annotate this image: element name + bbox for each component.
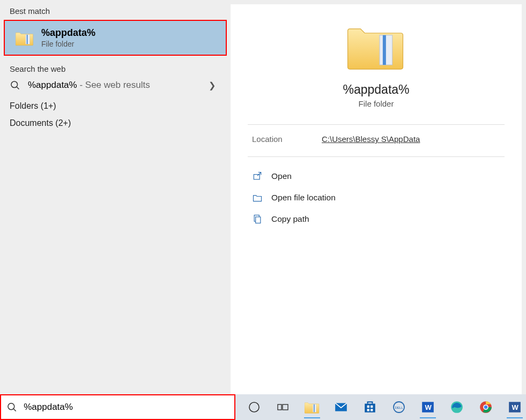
preview-subtitle: File folder (231, 99, 522, 108)
open-icon (252, 171, 263, 182)
chevron-right-icon: ❯ (209, 80, 216, 91)
result-title: %appdata% (41, 27, 95, 39)
svg-point-23 (484, 406, 488, 409)
open-location-label: Open file location (271, 193, 336, 202)
svg-text:W: W (425, 403, 432, 411)
documents-section[interactable]: Documents (2+) (0, 114, 231, 131)
microsoft-store-icon[interactable] (362, 400, 378, 415)
svg-rect-6 (256, 217, 261, 223)
word-icon[interactable]: W (420, 400, 436, 415)
copy-icon (252, 214, 263, 224)
open-action[interactable]: Open (252, 166, 505, 187)
word-icon[interactable]: W (507, 400, 523, 415)
folders-section[interactable]: Folders (1+) (0, 96, 231, 114)
search-icon (6, 401, 17, 413)
location-link[interactable]: C:\Users\Blessy S\AppData (322, 134, 420, 144)
svg-rect-4 (254, 175, 260, 179)
preview-title: %appdata% (231, 82, 522, 97)
svg-rect-15 (371, 409, 373, 411)
open-label: Open (271, 171, 292, 181)
svg-rect-13 (371, 406, 373, 408)
svg-text:W: W (512, 403, 519, 411)
open-file-location-action[interactable]: Open file location (252, 187, 505, 208)
file-explorer-icon[interactable] (305, 400, 320, 415)
copy-path-action[interactable]: Copy path (252, 208, 505, 230)
svg-text:DELL: DELL (395, 406, 403, 409)
web-result-row[interactable]: %appdata% - See web results ❯ (0, 77, 231, 96)
preview-pane: %appdata% File folder Location C:\Users\… (231, 4, 522, 394)
search-box[interactable] (0, 394, 235, 420)
svg-rect-14 (367, 409, 369, 411)
chrome-icon[interactable] (478, 400, 494, 415)
best-match-header: Best match (0, 2, 231, 19)
copy-path-label: Copy path (271, 214, 309, 224)
web-result-text: %appdata% - See web results (28, 80, 209, 91)
taskbar: DELL W W (235, 394, 526, 420)
best-match-result[interactable]: %appdata% File folder (4, 20, 227, 56)
svg-rect-11 (365, 404, 375, 412)
folder-icon (347, 20, 406, 71)
folder-icon (16, 30, 34, 46)
search-input[interactable] (23, 401, 234, 413)
svg-rect-9 (283, 404, 288, 410)
edge-icon[interactable] (449, 400, 465, 415)
location-label: Location (252, 134, 322, 144)
svg-rect-12 (367, 406, 369, 408)
cortana-icon[interactable] (247, 400, 262, 415)
search-web-header: Search the web (0, 59, 231, 77)
dell-icon[interactable]: DELL (391, 400, 407, 415)
mail-icon[interactable] (334, 400, 349, 415)
svg-rect-8 (278, 404, 281, 410)
folder-open-icon (252, 192, 263, 203)
result-subtitle: File folder (41, 40, 95, 48)
search-icon (10, 80, 20, 91)
task-view-icon[interactable] (276, 400, 291, 415)
svg-point-7 (249, 402, 259, 412)
